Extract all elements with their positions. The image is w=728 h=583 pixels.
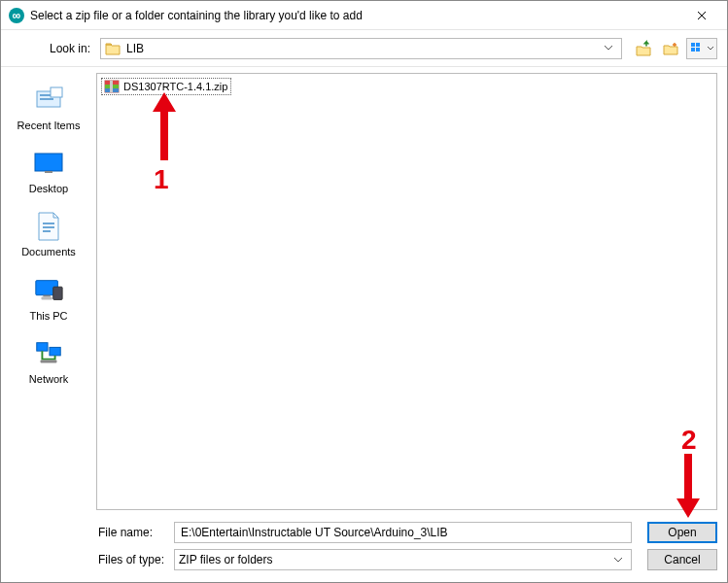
- lookin-value: LIB: [126, 42, 144, 55]
- sidebar-item-label: Desktop: [29, 183, 68, 195]
- dialog-body: Recent Items Desktop: [1, 67, 727, 516]
- folder-icon: [105, 42, 121, 55]
- sidebar-item-network[interactable]: Network: [10, 332, 87, 390]
- up-one-level-icon: [635, 40, 652, 57]
- file-item[interactable]: DS1307RTC-1.4.1.zip: [101, 78, 231, 95]
- documents-icon: [36, 211, 61, 242]
- filetype-label: Files of type:: [98, 553, 166, 566]
- svg-rect-17: [37, 342, 48, 350]
- svg-rect-19: [41, 360, 57, 362]
- file-item-name: DS1307RTC-1.4.1.zip: [123, 81, 227, 92]
- filename-label: File name:: [98, 526, 166, 539]
- places-sidebar: Recent Items Desktop: [1, 67, 96, 516]
- sidebar-item-label: Network: [29, 373, 68, 386]
- svg-rect-11: [43, 226, 54, 228]
- svg-rect-8: [35, 154, 62, 171]
- svg-rect-14: [43, 294, 51, 296]
- new-folder-button[interactable]: [659, 38, 682, 59]
- sidebar-item-label: Recent Items: [17, 120, 81, 132]
- view-menu-icon: [690, 42, 706, 55]
- svg-rect-16: [53, 287, 62, 299]
- close-icon: [697, 11, 707, 20]
- bottom-form: File name: Open Files of type: ZIP files…: [1, 516, 727, 582]
- chevron-down-icon: [600, 39, 617, 58]
- sidebar-item-this-pc[interactable]: This PC: [10, 269, 87, 326]
- filetype-value: ZIP files or folders: [179, 553, 272, 566]
- chevron-down-icon: [609, 550, 627, 569]
- svg-rect-15: [41, 296, 52, 299]
- titlebar: Select a zip file or a folder containing…: [1, 1, 727, 30]
- svg-rect-3: [696, 48, 700, 51]
- svg-rect-6: [40, 98, 53, 100]
- file-list[interactable]: DS1307RTC-1.4.1.zip: [96, 73, 717, 510]
- svg-rect-18: [50, 347, 60, 355]
- window-title: Select a zip file or a folder containing…: [30, 9, 679, 22]
- lookin-label: Look in:: [11, 42, 96, 55]
- arduino-icon: [9, 8, 24, 23]
- svg-rect-1: [696, 43, 700, 47]
- svg-rect-24: [110, 81, 113, 92]
- this-pc-icon: [33, 277, 64, 304]
- sidebar-item-recent[interactable]: Recent Items: [10, 79, 87, 136]
- svg-rect-9: [45, 171, 52, 173]
- svg-rect-2: [691, 48, 695, 51]
- filetype-combo[interactable]: ZIP files or folders: [174, 549, 632, 570]
- desktop-icon: [33, 152, 64, 175]
- filename-input[interactable]: [174, 522, 632, 543]
- open-button[interactable]: Open: [647, 522, 717, 543]
- lookin-combo[interactable]: LIB: [100, 38, 622, 59]
- view-menu-button[interactable]: [686, 38, 717, 59]
- cancel-button[interactable]: Cancel: [647, 549, 717, 570]
- sidebar-item-documents[interactable]: Documents: [10, 205, 87, 262]
- new-folder-icon: [662, 40, 679, 57]
- close-button[interactable]: [679, 1, 723, 30]
- lookin-bar: Look in: LIB: [1, 30, 727, 67]
- sidebar-item-label: This PC: [29, 310, 67, 323]
- network-icon: [33, 340, 64, 367]
- svg-rect-10: [43, 223, 54, 224]
- zip-archive-icon: [104, 79, 120, 94]
- file-dialog-window: Select a zip file or a folder containing…: [0, 0, 728, 583]
- recent-items-icon: [33, 86, 64, 115]
- svg-rect-7: [51, 87, 62, 97]
- sidebar-item-label: Documents: [21, 246, 76, 258]
- svg-rect-12: [43, 230, 51, 232]
- up-one-level-button[interactable]: [632, 38, 655, 59]
- svg-rect-0: [691, 43, 695, 47]
- sidebar-item-desktop[interactable]: Desktop: [10, 142, 87, 199]
